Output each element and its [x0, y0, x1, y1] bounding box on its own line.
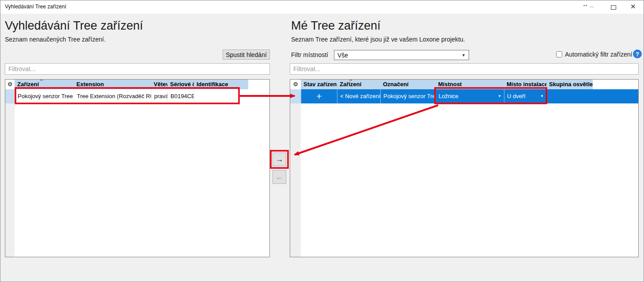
close-button[interactable]: ✕ [630, 3, 636, 11]
left-header-identification[interactable]: Identifikace [194, 80, 248, 89]
right-row-designation[interactable]: Pokojový senzor Tree [380, 89, 436, 103]
window-title: Vyhledávání Tree zařízení [5, 4, 66, 10]
auto-filter-checkbox[interactable] [556, 51, 562, 57]
left-table-header: ⚙ ^ Zařízení Extension Větev Sériové čís… [5, 80, 269, 89]
right-header-install-location[interactable]: Místo instalace [504, 80, 546, 89]
chevron-down-icon: ▼ [462, 53, 466, 57]
left-header-branch[interactable]: Větev [151, 80, 167, 89]
left-gear-column-strip [5, 89, 15, 257]
gear-icon: ⚙ [293, 80, 298, 89]
chevron-down-icon: ▼ [498, 89, 501, 103]
left-panel-subtitle: Seznam nenaučených Tree zařízení. [5, 36, 106, 43]
room-filter-dropdown[interactable]: Vše ▼ [334, 50, 469, 60]
right-row-lighting-group [546, 89, 593, 103]
right-header-device[interactable]: ^ Zařízení [337, 80, 380, 89]
left-row-extension: Tree Extension (Rozvaděč R01 P02) [74, 89, 151, 103]
add-device-button[interactable]: → [273, 152, 286, 166]
remove-device-button[interactable]: ← [273, 170, 286, 184]
gear-icon: ⚙ [8, 80, 13, 89]
left-header-serial[interactable]: Sériové číslo [167, 80, 194, 89]
right-header-designation[interactable]: Označení [380, 80, 436, 89]
left-header-extension[interactable]: Extension [74, 80, 151, 89]
left-row-branch: pravá [151, 89, 167, 103]
plus-icon: + [316, 89, 322, 103]
left-row-serial: B0194CEB [167, 89, 194, 103]
dialog-window: Vyhledávání Tree zařízení ↔ – ✕ Vyhledáv… [0, 0, 644, 282]
right-table-header: ⚙ Stav zařízení ^ Zařízení Označení Míst… [290, 80, 638, 89]
left-filter-input[interactable] [5, 63, 270, 75]
right-header-room[interactable]: Místnost [436, 80, 504, 89]
right-row-gear-cell [290, 89, 301, 103]
room-filter-value: Vše [337, 52, 348, 59]
install-location-cell-dropdown[interactable]: U dveří ▼ [504, 89, 546, 103]
table-row[interactable]: Pokojový senzor Tree Tree Extension (Roz… [5, 89, 269, 103]
left-row-identification [194, 89, 248, 103]
unlearned-devices-table: ⚙ ^ Zařízení Extension Větev Sériové čís… [5, 79, 270, 257]
right-column-settings-button[interactable]: ⚙ [290, 80, 301, 89]
auto-filter-label: Automatický filtr zařízení [565, 51, 633, 58]
left-header-device[interactable]: ^ Zařízení [15, 80, 74, 89]
minimize-button[interactable]: – [590, 2, 594, 11]
help-icon[interactable]: ? [633, 50, 642, 58]
device-status-cell: + [301, 89, 337, 103]
right-header-filler [593, 80, 638, 89]
sort-ascending-icon: ^ [349, 80, 352, 83]
resize-icon[interactable]: ↔ [582, 1, 588, 8]
start-search-button[interactable]: Spustit hledání [223, 50, 270, 60]
my-devices-table: ⚙ Stav zařízení ^ Zařízení Označení Míst… [290, 79, 639, 257]
room-filter-label: Filtr místností [291, 51, 328, 58]
sort-ascending-icon: ^ [40, 80, 43, 83]
right-panel-subtitle: Seznam Tree zařízení, které jsou již ve … [291, 36, 465, 43]
maximize-button[interactable] [611, 5, 616, 10]
left-row-gear-cell [5, 89, 15, 103]
right-header-lighting-group[interactable]: Skupina osvětlení [546, 80, 593, 89]
chevron-down-icon: ▼ [540, 89, 544, 103]
left-column-settings-button[interactable]: ⚙ [5, 80, 15, 89]
right-row-device: < Nové zařízení > [337, 89, 380, 103]
left-row-device: Pokojový senzor Tree [15, 89, 74, 103]
right-header-status[interactable]: Stav zařízení [301, 80, 337, 89]
right-gear-column-strip [290, 89, 301, 257]
left-panel-title: Vyhledávání Tree zařízení [5, 19, 143, 33]
right-filter-input[interactable] [290, 63, 639, 75]
room-cell-dropdown[interactable]: Ložnice ▼ [436, 89, 504, 103]
right-panel-title: Mé Tree zařízení [291, 19, 381, 33]
left-header-filler [248, 80, 269, 89]
table-row-selected[interactable]: + < Nové zařízení > Pokojový senzor Tree… [290, 89, 638, 103]
titlebar: Vyhledávání Tree zařízení ↔ – ✕ [0, 0, 644, 14]
